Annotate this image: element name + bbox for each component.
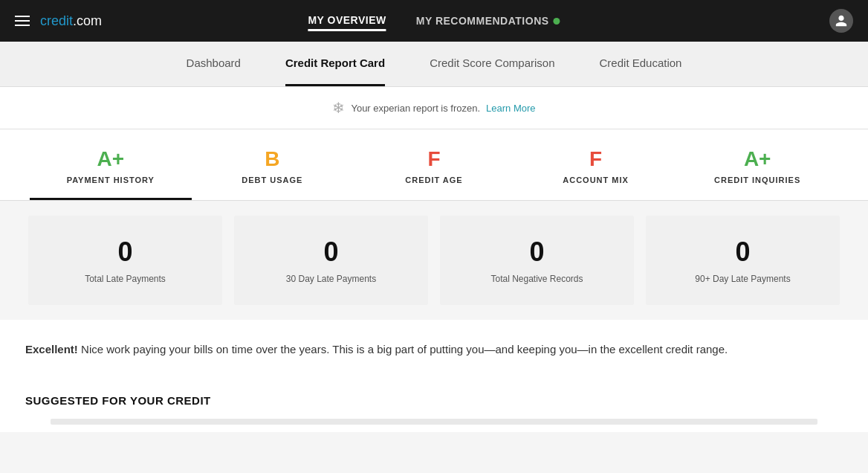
logo-credit: credit [40,13,73,28]
grade-credit-age: F [427,147,440,171]
logo[interactable]: credit.com [40,13,102,29]
stat-card-30-day-late: 0 30 Day Late Payments [234,216,428,305]
label-credit-inquiries: CREDIT INQUIRIES [714,176,800,184]
suggested-section: SUGGESTED FOR YOUR CREDIT [0,379,868,432]
person-icon [835,14,848,28]
grade-debt-usage: B [265,147,279,171]
stat-value-total-negative-records: 0 [529,236,544,268]
frozen-learn-more-link[interactable]: Learn More [486,103,535,114]
stat-card-total-negative-records: 0 Total Negative Records [440,216,634,305]
description-rest: Nice work paying your bills on time over… [78,343,728,355]
score-tab-credit-inquiries[interactable]: A+ CREDIT INQUIRIES [676,147,838,200]
nav-right [829,9,853,33]
stat-desc-30-day-late: 30 Day Late Payments [286,274,376,284]
grade-payment-history: A+ [97,147,125,171]
stat-desc-total-negative-records: Total Negative Records [490,274,583,284]
suggested-content-area [25,419,843,425]
top-navigation: credit.com MY OVERVIEW MY RECOMMENDATION… [0,0,868,42]
label-account-mix: ACCOUNT MIX [563,176,629,184]
grade-credit-inquiries: A+ [744,147,771,171]
description-text: Excellent! Nice work paying your bills o… [25,341,843,358]
stat-cards-row: 0 Total Late Payments 0 30 Day Late Paym… [0,201,868,320]
grade-account-mix: F [589,147,602,171]
label-payment-history: PAYMENT HISTORY [67,176,155,184]
stat-value-30-day-late: 0 [323,236,338,268]
score-tab-account-mix[interactable]: F ACCOUNT MIX [515,147,677,200]
subnav-dashboard[interactable]: Dashboard [187,42,241,86]
description-bold: Excellent! [25,343,78,355]
user-avatar-icon[interactable] [829,9,853,33]
suggested-title: SUGGESTED FOR YOUR CREDIT [25,394,843,407]
stat-desc-90-day-late: 90+ Day Late Payments [695,274,790,284]
label-debt-usage: DEBT USAGE [242,176,302,184]
sub-navigation: Dashboard Credit Report Card Credit Scor… [0,42,868,87]
subnav-credit-education[interactable]: Credit Education [600,42,682,86]
stat-value-90-day-late: 0 [735,236,750,268]
stat-card-90-day-late: 0 90+ Day Late Payments [646,216,840,305]
description-section: Excellent! Nice work paying your bills o… [0,320,868,379]
label-credit-age: CREDIT AGE [405,176,462,184]
nav-my-overview[interactable]: MY OVERVIEW [308,11,386,31]
subnav-credit-report-card[interactable]: Credit Report Card [285,42,385,86]
stat-value-total-late-payments: 0 [117,236,132,268]
frozen-text: Your experian report is frozen. [351,103,480,114]
nav-center: MY OVERVIEW MY RECOMMENDATIONS [308,11,560,31]
suggested-bottom-bar [51,419,817,425]
stat-card-total-late-payments: 0 Total Late Payments [28,216,222,305]
snowflake-icon: ❄ [332,99,345,117]
score-tabs-container: A+ PAYMENT HISTORY B DEBT USAGE F CREDIT… [0,129,868,201]
green-dot-icon [554,18,560,25]
subnav-credit-score-comparison[interactable]: Credit Score Comparison [430,42,554,86]
frozen-banner: ❄ Your experian report is frozen. Learn … [0,87,868,129]
score-tab-debt-usage[interactable]: B DEBT USAGE [192,147,354,200]
nav-my-recommendations-label: MY RECOMMENDATIONS [416,15,549,27]
stat-desc-total-late-payments: Total Late Payments [85,274,166,284]
score-tab-payment-history[interactable]: A+ PAYMENT HISTORY [30,147,192,200]
nav-my-recommendations[interactable]: MY RECOMMENDATIONS [416,15,560,27]
hamburger-menu[interactable] [15,16,30,26]
score-tab-credit-age[interactable]: F CREDIT AGE [353,147,515,200]
logo-domain: .com [73,13,102,28]
